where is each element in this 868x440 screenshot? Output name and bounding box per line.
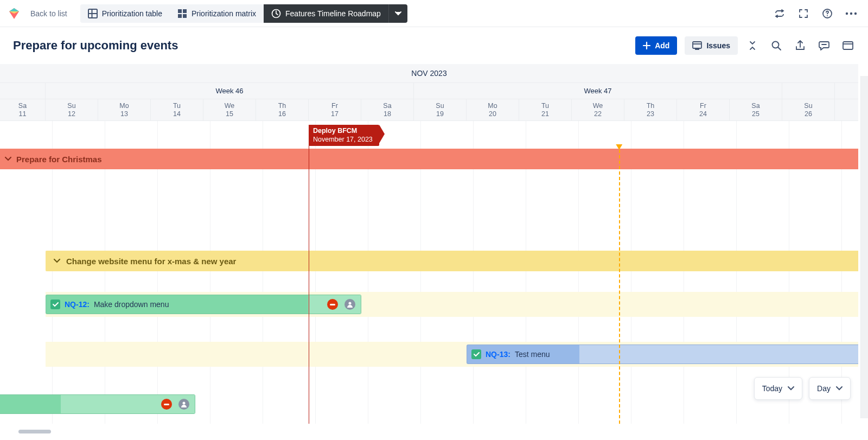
svg-point-14	[773, 42, 779, 48]
epic-header[interactable]: Change website menu for x-mas & new year	[46, 251, 858, 271]
svg-rect-15	[843, 42, 853, 49]
timeline[interactable]: NOV 2023Week 46Week 47Sa11Su12Mo13Tu14We…	[0, 64, 858, 424]
day-cell: Th16	[256, 99, 309, 120]
day-cell: Mo20	[467, 99, 519, 120]
month-header: NOV 2023	[0, 64, 858, 83]
toolbar-icons	[773, 7, 858, 21]
day-cell: Sa25	[730, 99, 782, 120]
tab-dropdown[interactable]	[388, 4, 407, 23]
task-bar[interactable]: NQ-13: Test menu	[467, 345, 858, 364]
svg-rect-5	[178, 14, 182, 18]
svg-point-20	[183, 402, 186, 405]
svg-rect-16	[330, 304, 335, 305]
title-bar: Prepare for upcoming events Add Issues	[0, 27, 868, 64]
add-button[interactable]: Add	[635, 36, 677, 55]
scale-button[interactable]: Day	[809, 377, 851, 400]
svg-point-10	[846, 12, 848, 14]
task-type-icon	[471, 349, 481, 359]
day-cell: Mo13	[98, 99, 151, 120]
svg-rect-19	[164, 404, 169, 405]
back-to-list-link[interactable]: Back to list	[30, 9, 67, 18]
task-title: Make dropdown menu	[94, 300, 169, 309]
help-icon[interactable]	[820, 7, 834, 21]
more-icon[interactable]	[844, 7, 858, 21]
collapse-icon[interactable]	[745, 39, 760, 53]
tab-prioritization-matrix[interactable]: Prioritization matrix	[170, 4, 264, 23]
svg-point-11	[850, 12, 852, 14]
issues-button-label: Issues	[706, 41, 730, 50]
week-header: Week 46Week 47	[0, 83, 858, 99]
app-logo	[8, 7, 21, 20]
blocked-icon	[327, 299, 338, 310]
svg-point-12	[854, 12, 857, 14]
sync-icon[interactable]	[773, 7, 787, 21]
day-cell: Tu21	[519, 99, 572, 120]
card-icon[interactable]	[841, 39, 855, 53]
day-cell: Tu14	[151, 99, 203, 120]
tab-prioritization-table[interactable]: Prioritization table	[80, 4, 170, 23]
day-cell: We22	[572, 99, 624, 120]
day-cell: Su12	[46, 99, 98, 120]
day-cell: Su19	[414, 99, 467, 120]
svg-rect-4	[183, 9, 187, 13]
task-title: Test menu	[515, 350, 550, 359]
svg-rect-6	[183, 14, 187, 18]
today-button[interactable]: Today	[754, 377, 802, 400]
assignee-icon[interactable]	[344, 299, 355, 310]
horizontal-scrollbar[interactable]	[11, 430, 857, 433]
day-cell: Sa18	[361, 99, 414, 120]
share-icon[interactable]	[793, 39, 807, 53]
tab-label: Features Timeline Roadmap	[285, 9, 381, 18]
view-tabs: Prioritization table Prioritization matr…	[80, 4, 407, 23]
day-cell: Th23	[624, 99, 677, 120]
task-key[interactable]: NQ-13:	[486, 350, 510, 359]
day-header: Sa11Su12Mo13Tu14We15Th16Fr17Sa18Su19Mo20…	[0, 99, 858, 121]
milestone[interactable]: Deploy BFCMNovember 17, 2023	[309, 125, 379, 146]
search-icon[interactable]	[769, 39, 783, 53]
tab-label: Prioritization table	[102, 9, 162, 18]
fullscreen-icon[interactable]	[796, 7, 810, 21]
day-cell: We15	[203, 99, 256, 120]
issues-button[interactable]: Issues	[685, 36, 738, 55]
day-cell: Su26	[782, 99, 835, 120]
add-button-label: Add	[655, 41, 669, 50]
vertical-scrollbar[interactable]	[860, 76, 868, 418]
task-bar[interactable]	[0, 394, 195, 414]
day-cell: Sa11	[0, 99, 46, 120]
top-toolbar: Back to list Prioritization table Priori…	[0, 0, 868, 27]
comments-icon[interactable]	[817, 39, 831, 53]
day-cell: Fr24	[677, 99, 730, 120]
task-key[interactable]: NQ-12:	[65, 300, 90, 309]
task-type-icon	[50, 299, 60, 309]
svg-rect-13	[693, 42, 701, 48]
svg-rect-3	[178, 9, 182, 13]
svg-point-9	[827, 15, 828, 16]
tab-features-timeline-roadmap[interactable]: Features Timeline Roadmap	[264, 4, 388, 23]
page-title: Prepare for upcoming events	[13, 39, 628, 53]
task-bar[interactable]: NQ-12: Make dropdown menu	[46, 295, 361, 314]
tab-label: Prioritization matrix	[192, 9, 256, 18]
day-cell: Fr17	[309, 99, 361, 120]
svg-point-17	[349, 302, 352, 305]
group-header[interactable]: Prepare for Christmas	[0, 149, 858, 169]
